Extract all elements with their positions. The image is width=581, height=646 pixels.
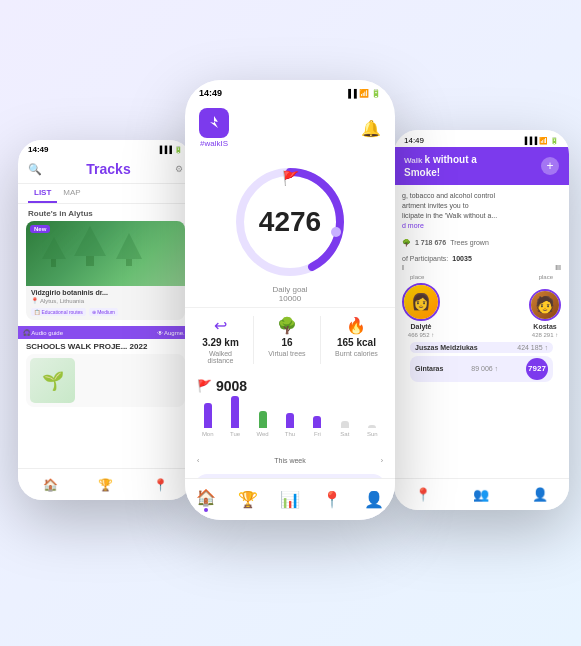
main-signal-icons: ▐▐ 📶 🔋	[345, 89, 381, 98]
chart-area: MonTueWedThuFriSatSun	[197, 400, 383, 455]
daily-goal-label: Daily goal 10000	[272, 285, 307, 303]
trees-value: 16	[281, 337, 292, 348]
steps-count: 4276	[259, 206, 321, 238]
stats-row: ↩ 3.29 km Walkeddistance 🌳 16 Virtual tr…	[185, 307, 395, 372]
avatar-dalyte: 👩	[402, 283, 440, 321]
distance-value: 3.29 km	[202, 337, 239, 348]
left-title: Tracks	[86, 161, 130, 177]
avatar-name-kostas: Kostas	[533, 323, 556, 330]
left-tabs: LIST MAP	[18, 184, 193, 204]
schools-card[interactable]: 🌱	[26, 354, 185, 407]
chart-prev-button[interactable]: ‹	[197, 457, 199, 464]
stat-trees: 🌳 16 Virtual trees	[268, 316, 305, 364]
weekly-steps-count: 9008	[216, 378, 247, 394]
weekly-flag-icon: 🚩	[197, 379, 212, 393]
left-bottom-nav: 🏠 🏆 📍	[18, 468, 193, 500]
avatar-kostas: 🧑	[529, 289, 561, 321]
pin-icon: 📍	[31, 297, 38, 304]
chart-day-label-fri: Fri	[314, 431, 321, 437]
score-row-juszas: Juszas Meidziukas 424 185 ↑	[410, 342, 553, 353]
tab-list[interactable]: LIST	[28, 184, 57, 203]
calories-icon: 🔥	[346, 316, 366, 335]
audio-guide-label[interactable]: 🎧 Audio guide	[23, 329, 63, 336]
main-time: 14:49	[199, 88, 222, 98]
chart-day-label-sat: Sat	[340, 431, 349, 437]
schools-image: 🌱	[30, 358, 75, 403]
bell-icon[interactable]: 🔔	[361, 119, 381, 138]
route-tag-educational: 📋 Educational routes	[31, 308, 86, 316]
stat-divider-1	[253, 316, 254, 364]
chart-bar-tue: Tue	[224, 396, 245, 437]
score-row-gintaras: Gintaras 89 006 ↑ 7927	[410, 356, 553, 382]
left-signal-icons: ▐▐▐ 🔋	[157, 146, 183, 154]
route-location-1: 📍 Alytus, Lithuania	[26, 297, 185, 306]
main-nav-active-dot	[204, 508, 208, 512]
chart-day-label-thu: Thu	[285, 431, 295, 437]
avatar-col-dalyte: 👩 Dalytė 466 952 ↑	[402, 283, 440, 338]
right-nav-home[interactable]: 📍	[415, 487, 431, 502]
weekly-section: 🚩 9008 MonTueWedThuFriSatSun ‹ This week…	[185, 372, 395, 470]
trees-label: Virtual trees	[268, 350, 305, 357]
score-name-juszas: Juszas Meidziukas	[415, 344, 478, 351]
route-card-1[interactable]: New Vidzgirio botaninis dr... 📍 Alytus, …	[26, 221, 185, 320]
left-nav-trophy[interactable]: 🏆	[98, 478, 113, 492]
main-app-header: #walkIS 🔔	[185, 102, 395, 154]
tree-count-icon: 🌳	[402, 239, 411, 247]
chart-next-button[interactable]: ›	[381, 457, 383, 464]
weekly-header: 🚩 9008	[197, 378, 383, 394]
route-name-1: Vidzgirio botaninis dr...	[26, 286, 185, 297]
main-nav-location-icon[interactable]: 📍	[322, 490, 342, 509]
daily-goal-number: 10000	[279, 294, 301, 303]
right-nav-group[interactable]: 👥	[473, 487, 489, 502]
leaderboard-section: I III placeplace 👩 Dalytė 466 952 ↑ 🧑	[394, 264, 569, 382]
right-header-title: Walk k without a Smoke!	[404, 153, 477, 179]
main-nav-home-icon[interactable]: 🏠	[196, 488, 216, 507]
right-nav-profile[interactable]: 👤	[532, 487, 548, 502]
stat-divider-2	[320, 316, 321, 364]
avatar-score-dalyte: 466 952 ↑	[408, 332, 434, 338]
route-tags-1: 📋 Educational routes ⊕ Medium	[26, 306, 185, 320]
plus-icon[interactable]: +	[541, 157, 559, 175]
participants-label: of Participants:	[402, 255, 448, 262]
trees-count: 1 718 676	[415, 239, 446, 246]
chart-week-label: This week	[274, 457, 306, 464]
search-icon[interactable]: 🔍	[28, 163, 42, 176]
place-labels: I III	[402, 264, 561, 271]
place-3-label: III	[555, 264, 561, 271]
steps-circle: 🚩 4276	[230, 162, 350, 282]
chart-day-label-tue: Tue	[230, 431, 240, 437]
left-app-header: 🔍 Tracks ⚙	[18, 157, 193, 184]
trees-row: 🌳 1 718 676 Trees grown	[394, 237, 569, 253]
calories-label: Burnt calories	[335, 350, 378, 357]
chart-day-label-sun: Sun	[367, 431, 378, 437]
app-logo-group: #walkIS	[199, 108, 229, 148]
chart-bar-sun: Sun	[362, 425, 383, 437]
main-nav-trophy-icon[interactable]: 🏆	[238, 490, 258, 509]
chart-bar-mon: Mon	[197, 403, 218, 437]
calories-value: 165 kcal	[337, 337, 376, 348]
tree-icon: 🌳	[277, 316, 297, 335]
steps-flag-icon: 🚩	[282, 170, 299, 186]
schools-section: SCHOOLS WALK PROJE... 2022 🌱	[18, 339, 193, 407]
main-nav-chart-icon[interactable]: 📊	[280, 490, 300, 509]
right-signal-icons: ▐▐▐ 📶 🔋	[522, 137, 559, 145]
route-tag-medium: ⊕ Medium	[89, 308, 118, 316]
chart-nav: ‹ This week ›	[197, 457, 383, 464]
avatar-name-dalyte: Dalytė	[410, 323, 431, 330]
chart-day-label-wed: Wed	[256, 431, 268, 437]
leaderboard-avatars: 👩 Dalytė 466 952 ↑ 🧑 Kostas 428 291 ↑	[402, 283, 561, 338]
left-nav-home[interactable]: 🏠	[43, 478, 58, 492]
left-nav-location[interactable]: 📍	[153, 478, 168, 492]
svg-marker-3	[116, 233, 142, 259]
read-more-link[interactable]: d more	[402, 222, 424, 229]
steps-circle-container: 🚩 4276 Daily goal 10000	[185, 154, 395, 307]
participants-count: 10035	[452, 255, 471, 262]
filter-icon[interactable]: ⚙	[175, 164, 183, 174]
main-nav-profile-icon[interactable]: 👤	[364, 490, 384, 509]
score-name-gintaras: Gintaras	[415, 365, 443, 372]
augmented-label[interactable]: 👁 Augme...	[157, 330, 188, 336]
place-sublabels: placeplace	[402, 274, 561, 280]
schools-title: SCHOOLS WALK PROJE... 2022	[26, 339, 185, 354]
tab-map[interactable]: MAP	[57, 184, 86, 203]
main-nav-home-group[interactable]: 🏠	[196, 488, 216, 512]
